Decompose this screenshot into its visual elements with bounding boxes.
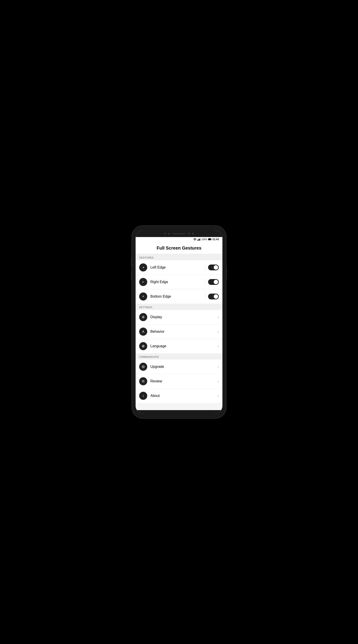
behavior-label: Behavior (150, 330, 217, 334)
about-icon (139, 392, 147, 400)
svg-point-12 (143, 317, 144, 318)
list-item-language[interactable]: Language › (136, 339, 222, 353)
display-icon (139, 313, 147, 321)
bottom-spacer (136, 403, 222, 410)
signal-icon (197, 238, 200, 240)
list-item-review[interactable]: Review › (136, 374, 222, 389)
svg-point-22 (143, 395, 143, 395)
screen-content: Full Screen Gestures GESTURES Left Edge (136, 242, 222, 410)
communicate-section: Upgrade › Review › (136, 360, 222, 403)
right-edge-toggle[interactable] (208, 279, 219, 285)
display-chevron: › (217, 315, 219, 320)
svg-point-14 (143, 331, 144, 332)
left-edge-toggle[interactable] (208, 264, 219, 270)
settings-section: Display › Behavior › (136, 310, 222, 353)
upgrade-label: Upgrade (150, 365, 217, 369)
phone-bottom-bar (136, 410, 222, 414)
section-header-settings: SETTINGS (136, 304, 222, 310)
review-icon (139, 377, 147, 385)
language-label: Language (150, 344, 217, 348)
about-label: About (150, 394, 217, 398)
list-item-behavior[interactable]: Behavior › (136, 324, 222, 339)
svg-rect-3 (200, 238, 200, 240)
upgrade-icon (139, 363, 147, 371)
camera-dot (164, 233, 166, 234)
svg-rect-2 (199, 239, 200, 240)
svg-rect-1 (198, 239, 199, 240)
svg-rect-23 (143, 396, 143, 397)
volume-down-button[interactable] (131, 270, 132, 281)
left-edge-divider (205, 264, 205, 271)
camera-dot-4 (192, 233, 194, 234)
list-item-bottom-edge[interactable]: Bottom Edge (136, 289, 222, 304)
status-icons: 100% 21:43 (193, 238, 219, 240)
page-title: Full Screen Gestures (136, 242, 222, 254)
list-item-right-edge[interactable]: Right Edge (136, 275, 222, 289)
list-item-about[interactable]: About › (136, 389, 222, 403)
right-edge-label: Right Edge (150, 280, 205, 284)
speaker-slot (172, 233, 186, 234)
behavior-icon (139, 328, 147, 336)
bottom-edge-icon (139, 292, 147, 300)
battery-percent: 100% (201, 238, 207, 240)
review-label: Review (150, 379, 217, 383)
bottom-edge-label: Bottom Edge (150, 294, 205, 298)
phone-screen: 100% 21:43 Full Screen Gestures GESTURES (136, 230, 222, 414)
list-item-display[interactable]: Display › (136, 310, 222, 324)
wifi-icon (193, 238, 196, 240)
battery-icon (208, 238, 212, 240)
camera-dot-3 (188, 233, 190, 234)
svg-rect-6 (211, 239, 211, 240)
volume-up-button[interactable] (131, 257, 132, 267)
svg-rect-5 (208, 238, 211, 240)
phone-device: 100% 21:43 Full Screen Gestures GESTURES (132, 226, 226, 418)
review-chevron: › (217, 379, 219, 384)
bottom-edge-divider (205, 293, 205, 300)
clock: 21:43 (213, 238, 219, 240)
behavior-chevron: › (217, 330, 219, 334)
phone-top-notch (136, 230, 222, 237)
list-item-upgrade[interactable]: Upgrade › (136, 360, 222, 374)
left-edge-icon (139, 264, 147, 272)
left-edge-label: Left Edge (150, 266, 205, 270)
language-icon (139, 342, 147, 350)
section-header-gestures: GESTURES (136, 254, 222, 260)
about-chevron: › (217, 394, 219, 398)
svg-rect-0 (197, 240, 198, 240)
gestures-section: Left Edge Right Edge (136, 260, 222, 304)
section-header-communicate: COMMUNICATE (136, 353, 222, 360)
display-label: Display (150, 315, 217, 319)
upgrade-chevron: › (217, 364, 219, 369)
right-edge-icon (139, 278, 147, 286)
list-item-left-edge[interactable]: Left Edge (136, 260, 222, 275)
right-edge-divider (205, 278, 205, 285)
camera-dot-2 (168, 233, 170, 234)
bottom-edge-toggle[interactable] (208, 294, 219, 300)
language-chevron: › (217, 344, 219, 348)
status-bar: 100% 21:43 (136, 237, 222, 242)
